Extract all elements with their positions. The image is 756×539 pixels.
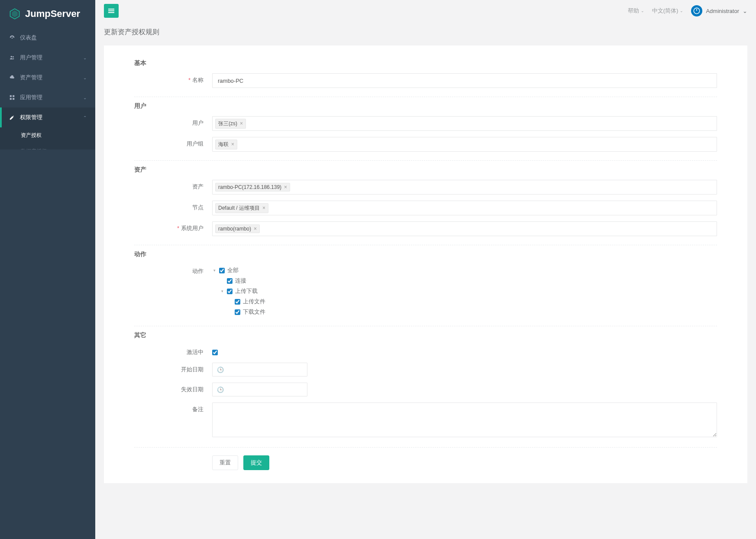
- expire-date-label: 失效日期: [134, 383, 212, 393]
- svg-point-1: [13, 56, 14, 58]
- tree-node-updown: ▾ 上传下载: [220, 286, 717, 296]
- user-menu[interactable]: Administrator ⌄: [691, 5, 747, 16]
- tree-collapse-icon[interactable]: ▾: [220, 289, 224, 293]
- section-user: 用户 用户 张三(zs)× 用户组 海联×: [134, 97, 717, 161]
- lang-menu[interactable]: 中文(简体)⌄: [652, 7, 684, 15]
- tag-remove-icon[interactable]: ×: [240, 121, 243, 126]
- node-label: 节点: [134, 201, 212, 211]
- tree-collapse-icon[interactable]: ▾: [212, 268, 216, 273]
- reset-button[interactable]: 重置: [212, 455, 238, 470]
- tag-remove-icon[interactable]: ×: [284, 185, 287, 190]
- asset-tag-input[interactable]: rambo-PC(172.16.186.139)×: [212, 180, 717, 195]
- chevron-down-icon: ⌄: [83, 95, 87, 100]
- chevron-down-icon: ⌄: [743, 8, 747, 14]
- form-panel: 基本 *名称 用户 用户 张三(zs)× 用户组 海联×: [104, 45, 747, 483]
- start-date-input[interactable]: 🕒: [212, 363, 307, 377]
- submit-button[interactable]: 提交: [243, 455, 269, 470]
- usergroup-tag-input[interactable]: 海联×: [212, 137, 717, 152]
- sidebar-item-dashboard[interactable]: 仪表盘: [0, 28, 95, 48]
- user-name: Administrator: [706, 8, 739, 14]
- sysuser-tag-input[interactable]: rambo(rambo)×: [212, 221, 717, 236]
- help-label: 帮助: [628, 7, 639, 15]
- sidebar-item-users[interactable]: 用户管理 ⌄: [0, 48, 95, 68]
- svg-point-0: [11, 56, 13, 58]
- nav-label: 资产管理: [20, 74, 83, 81]
- checkbox-connect[interactable]: [227, 278, 233, 284]
- tree-label[interactable]: 上传下载: [235, 287, 258, 295]
- section-action: 动作 动作 ▾ 全部: [134, 245, 717, 326]
- logo[interactable]: JumpServer: [0, 0, 95, 28]
- users-icon: [9, 54, 16, 61]
- svg-rect-2: [10, 95, 12, 97]
- expire-date-input[interactable]: 🕒: [212, 383, 307, 396]
- sidebar-item-perms[interactable]: 权限管理 ⌃: [0, 107, 95, 127]
- chevron-down-icon: ⌄: [83, 75, 87, 80]
- tag-remove-icon[interactable]: ×: [254, 226, 257, 231]
- tag-remove-icon[interactable]: ×: [231, 142, 234, 147]
- logo-text: JumpServer: [25, 8, 80, 19]
- nav: 仪表盘 用户管理 ⌄ 资产管理 ⌄ 应用管理 ⌄ 权限管理 ⌃: [0, 28, 95, 149]
- active-checkbox[interactable]: [212, 350, 218, 355]
- section-asset: 资产 资产 rambo-PC(172.16.186.139)× 节点 Defau…: [134, 161, 717, 245]
- tag: rambo(rambo)×: [215, 224, 260, 233]
- tag-remove-icon[interactable]: ×: [262, 205, 265, 211]
- nav-label: 应用管理: [20, 94, 83, 101]
- checkbox-upload[interactable]: [235, 299, 240, 305]
- chevron-down-icon: ⌄: [641, 9, 644, 13]
- svg-rect-3: [13, 95, 14, 97]
- lang-label: 中文(简体): [652, 7, 678, 15]
- edit-icon: [9, 114, 16, 121]
- section-other: 其它 激活中 开始日期 🕒 失效日期 🕒 备注: [134, 326, 717, 448]
- user-label: 用户: [134, 116, 212, 127]
- button-row: 重置 提交: [134, 455, 717, 470]
- active-label: 激活中: [134, 345, 212, 356]
- tag: Default / 运维项目×: [215, 203, 268, 213]
- chevron-down-icon: ⌄: [83, 55, 87, 60]
- cloud-icon: [9, 74, 16, 81]
- name-input[interactable]: [212, 73, 717, 88]
- tree-label[interactable]: 全部: [227, 266, 239, 274]
- help-menu[interactable]: 帮助⌄: [628, 7, 644, 15]
- page-title: 更新资产授权规则: [95, 22, 756, 41]
- grid-icon: [9, 94, 16, 101]
- comment-textarea[interactable]: [212, 403, 717, 437]
- tree-label[interactable]: 连接: [235, 277, 246, 285]
- svg-rect-4: [10, 98, 12, 100]
- main: 帮助⌄ 中文(简体)⌄ Administrator ⌄ 更新资产授权规则 基本 …: [95, 0, 756, 539]
- logo-icon: [9, 8, 21, 20]
- usergroup-label: 用户组: [134, 137, 212, 148]
- checkbox-download[interactable]: [235, 309, 240, 315]
- avatar: [691, 5, 702, 16]
- sidebar-toggle-button[interactable]: [104, 4, 119, 18]
- action-label: 动作: [134, 264, 212, 275]
- checkbox-updown[interactable]: [227, 289, 233, 294]
- sidebar-sub-db-perm[interactable]: 数据库授权: [0, 143, 95, 149]
- tree-label[interactable]: 下载文件: [243, 308, 265, 316]
- tree-node-all: ▾ 全部: [212, 265, 717, 276]
- topbar: 帮助⌄ 中文(简体)⌄ Administrator ⌄: [95, 0, 756, 22]
- tree-node-download: 下载文件: [228, 307, 717, 317]
- clock-icon: 🕒: [217, 367, 224, 373]
- power-icon: [693, 7, 701, 15]
- tag: 海联×: [215, 140, 237, 149]
- sidebar-item-assets[interactable]: 资产管理 ⌄: [0, 68, 95, 88]
- nav-label: 仪表盘: [20, 34, 87, 42]
- section-title: 资产: [134, 166, 717, 174]
- node-tag-input[interactable]: Default / 运维项目×: [212, 201, 717, 215]
- sidebar-item-apps[interactable]: 应用管理 ⌄: [0, 88, 95, 107]
- section-title: 用户: [134, 102, 717, 110]
- sidebar-sub-asset-perm[interactable]: 资产授权: [0, 127, 95, 143]
- tree-label[interactable]: 上传文件: [243, 298, 265, 305]
- comment-label: 备注: [134, 403, 212, 413]
- nav-sub: 资产授权 数据库授权: [0, 127, 95, 149]
- nav-label: 权限管理: [20, 114, 83, 121]
- tree-node-connect: 连接: [220, 276, 717, 286]
- checkbox-all[interactable]: [219, 268, 225, 273]
- tag: 张三(zs)×: [215, 119, 246, 129]
- section-title: 其它: [134, 331, 717, 339]
- sidebar: JumpServer 仪表盘 用户管理 ⌄ 资产管理 ⌄ 应用管理 ⌄: [0, 0, 95, 539]
- action-tree: ▾ 全部 连接 ▾: [212, 264, 717, 317]
- section-title: 动作: [134, 250, 717, 258]
- svg-rect-5: [13, 98, 14, 100]
- user-tag-input[interactable]: 张三(zs)×: [212, 116, 717, 131]
